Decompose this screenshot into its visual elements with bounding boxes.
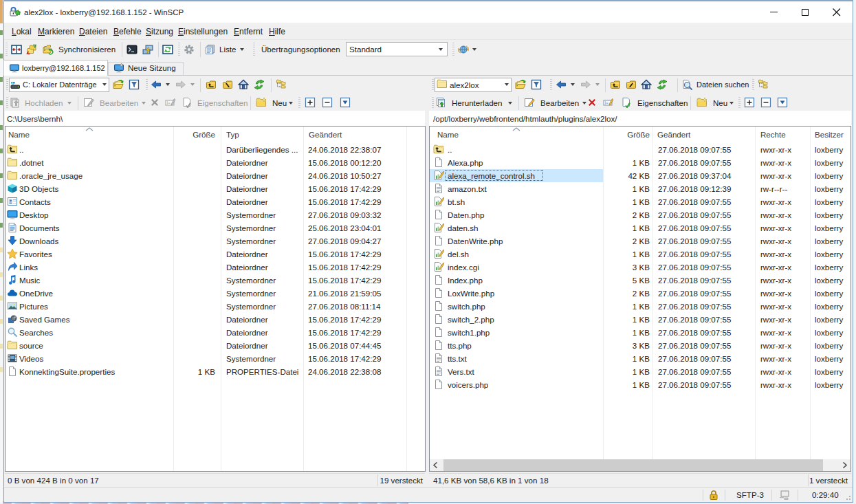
svg-text:I=: I= <box>605 100 609 105</box>
svg-text:I=: I= <box>167 100 171 105</box>
